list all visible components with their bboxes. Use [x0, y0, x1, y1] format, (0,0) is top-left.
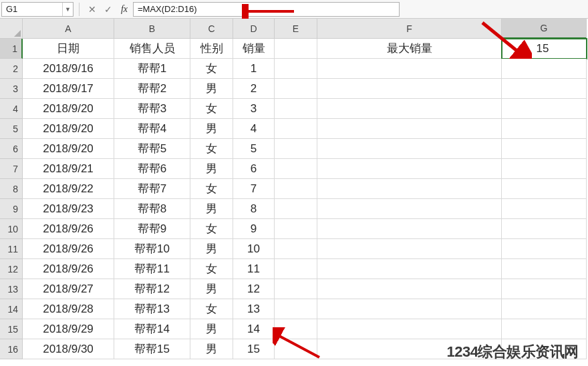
- cell[interactable]: [502, 59, 587, 79]
- cell[interactable]: 14: [233, 319, 275, 339]
- row-header[interactable]: 15: [0, 319, 23, 339]
- cell[interactable]: 性别: [190, 39, 233, 59]
- cell[interactable]: [275, 79, 317, 99]
- cell[interactable]: 女: [190, 99, 233, 119]
- row-header[interactable]: 7: [0, 159, 23, 179]
- fx-icon[interactable]: fx: [117, 2, 132, 17]
- cell[interactable]: [275, 99, 317, 119]
- cell[interactable]: 4: [233, 119, 275, 139]
- cell[interactable]: 2018/9/27: [23, 279, 114, 299]
- cell[interactable]: 帮帮4: [114, 119, 190, 139]
- cell[interactable]: 2018/9/17: [23, 79, 114, 99]
- cell[interactable]: 帮帮7: [114, 179, 190, 199]
- cell[interactable]: [502, 219, 587, 239]
- cell[interactable]: 男: [190, 319, 233, 339]
- cell[interactable]: 2018/9/20: [23, 99, 114, 119]
- cell[interactable]: 销量: [233, 39, 275, 59]
- cell[interactable]: 帮帮15: [114, 339, 190, 359]
- cancel-icon[interactable]: ✕: [85, 2, 100, 17]
- cell[interactable]: 男: [190, 279, 233, 299]
- cell[interactable]: 男: [190, 239, 233, 259]
- column-header[interactable]: E: [275, 19, 317, 39]
- cell[interactable]: 男: [190, 119, 233, 139]
- cell[interactable]: [502, 319, 587, 339]
- cell[interactable]: 2018/9/22: [23, 179, 114, 199]
- row-header[interactable]: 5: [0, 119, 23, 139]
- cell[interactable]: 帮帮3: [114, 99, 190, 119]
- row-header[interactable]: 11: [0, 239, 23, 259]
- cell[interactable]: 帮帮1: [114, 59, 190, 79]
- row-header[interactable]: 1: [0, 39, 23, 59]
- cell[interactable]: 2018/9/20: [23, 139, 114, 159]
- cell[interactable]: [275, 239, 317, 259]
- cell[interactable]: 9: [233, 219, 275, 239]
- cell[interactable]: 11: [233, 259, 275, 279]
- cell[interactable]: 5: [233, 139, 275, 159]
- column-header[interactable]: G: [502, 19, 587, 39]
- cell[interactable]: [275, 139, 317, 159]
- cell[interactable]: [275, 59, 317, 79]
- cell[interactable]: 2018/9/29: [23, 319, 114, 339]
- cell[interactable]: [317, 139, 502, 159]
- cell[interactable]: [502, 259, 587, 279]
- row-header[interactable]: 4: [0, 99, 23, 119]
- selected-cell[interactable]: 15: [502, 39, 587, 59]
- cell[interactable]: [317, 199, 502, 219]
- cell[interactable]: [275, 339, 317, 359]
- cell[interactable]: [317, 179, 502, 199]
- cell[interactable]: [275, 179, 317, 199]
- cell[interactable]: [317, 99, 502, 119]
- row-header[interactable]: 9: [0, 199, 23, 219]
- cell[interactable]: [317, 239, 502, 259]
- cell[interactable]: [502, 199, 587, 219]
- cell[interactable]: 7: [233, 179, 275, 199]
- cell[interactable]: [275, 119, 317, 139]
- cell[interactable]: 2018/9/26: [23, 259, 114, 279]
- cell[interactable]: 3: [233, 99, 275, 119]
- column-header[interactable]: F: [317, 19, 502, 39]
- select-all-button[interactable]: [0, 19, 23, 39]
- row-header[interactable]: 14: [0, 299, 23, 319]
- spreadsheet-grid[interactable]: ABCDEFG1日期销售人员性别销量最大销量1522018/9/16帮帮1女13…: [0, 19, 588, 359]
- cell[interactable]: [502, 299, 587, 319]
- cell[interactable]: 10: [233, 239, 275, 259]
- column-header[interactable]: B: [114, 19, 190, 39]
- cell[interactable]: 帮帮5: [114, 139, 190, 159]
- cell[interactable]: [317, 119, 502, 139]
- cell[interactable]: [275, 219, 317, 239]
- cell[interactable]: [502, 99, 587, 119]
- cell[interactable]: 男: [190, 199, 233, 219]
- cell[interactable]: [275, 39, 317, 59]
- cell[interactable]: 13: [233, 299, 275, 319]
- cell[interactable]: 2: [233, 79, 275, 99]
- cell[interactable]: 帮帮6: [114, 159, 190, 179]
- cell[interactable]: [317, 279, 502, 299]
- cell[interactable]: 女: [190, 179, 233, 199]
- cell[interactable]: 15: [233, 339, 275, 359]
- cell[interactable]: 帮帮10: [114, 239, 190, 259]
- cell[interactable]: 帮帮13: [114, 299, 190, 319]
- cell[interactable]: 女: [190, 139, 233, 159]
- cell[interactable]: [275, 159, 317, 179]
- cell[interactable]: [317, 79, 502, 99]
- cell[interactable]: 2018/9/26: [23, 219, 114, 239]
- cell[interactable]: 销售人员: [114, 39, 190, 59]
- cell[interactable]: 2018/9/23: [23, 199, 114, 219]
- cell[interactable]: 女: [190, 59, 233, 79]
- column-header[interactable]: A: [23, 19, 114, 39]
- cell[interactable]: 2018/9/26: [23, 239, 114, 259]
- cell[interactable]: 8: [233, 199, 275, 219]
- cell[interactable]: [275, 299, 317, 319]
- cell[interactable]: [502, 159, 587, 179]
- enter-icon[interactable]: ✓: [101, 2, 116, 17]
- cell[interactable]: [317, 259, 502, 279]
- cell[interactable]: 帮帮12: [114, 279, 190, 299]
- row-header[interactable]: 16: [0, 339, 23, 359]
- cell[interactable]: 帮帮2: [114, 79, 190, 99]
- cell[interactable]: 1: [233, 59, 275, 79]
- cell[interactable]: 帮帮11: [114, 259, 190, 279]
- cell[interactable]: [502, 179, 587, 199]
- formula-input[interactable]: =MAX(D2:D16): [133, 2, 400, 17]
- cell[interactable]: [502, 279, 587, 299]
- row-header[interactable]: 6: [0, 139, 23, 159]
